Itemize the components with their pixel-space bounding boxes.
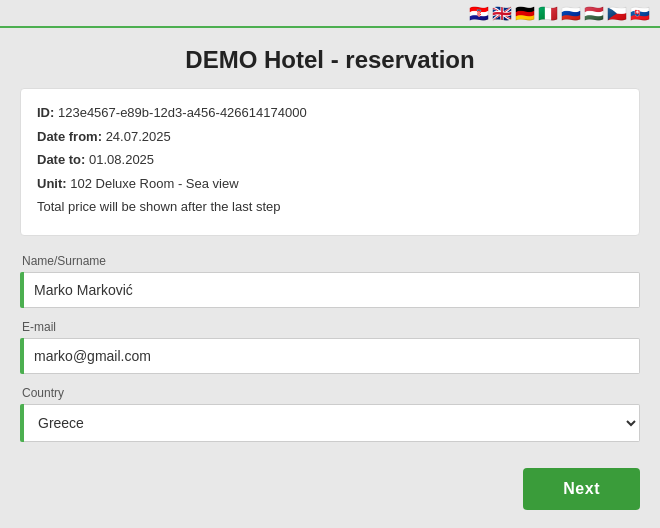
main-content: ID: 123e4567-e89b-12d3-a456-426614174000… — [0, 88, 660, 442]
email-form-group: E-mail — [20, 320, 640, 374]
button-row: Next — [0, 454, 660, 510]
country-form-group: Country GreeceCroatiaUnited KingdomGerma… — [20, 386, 640, 442]
name-input[interactable] — [24, 272, 640, 308]
flag-de[interactable]: 🇩🇪 — [515, 6, 535, 22]
price-note: Total price will be shown after the last… — [37, 197, 623, 217]
name-form-group: Name/Surname — [20, 254, 640, 308]
country-select[interactable]: GreeceCroatiaUnited KingdomGermanyItalyF… — [24, 404, 640, 442]
flag-sk[interactable]: 🇸🇰 — [630, 6, 650, 22]
flag-cz[interactable]: 🇨🇿 — [607, 6, 627, 22]
name-input-wrapper — [20, 272, 640, 308]
reservation-id: ID: 123e4567-e89b-12d3-a456-426614174000 — [37, 103, 623, 123]
flag-hu[interactable]: 🇭🇺 — [584, 6, 604, 22]
country-input-wrapper: GreeceCroatiaUnited KingdomGermanyItalyF… — [20, 404, 640, 442]
email-label: E-mail — [20, 320, 640, 334]
date-from: Date from: 24.07.2025 — [37, 127, 623, 147]
page-wrapper: 🇭🇷 🇬🇧 🇩🇪 🇮🇹 🇷🇺 🇭🇺 🇨🇿 🇸🇰 DEMO Hotel - res… — [0, 0, 660, 528]
email-input-wrapper — [20, 338, 640, 374]
country-label: Country — [20, 386, 640, 400]
date-to: Date to: 01.08.2025 — [37, 150, 623, 170]
flag-hr[interactable]: 🇭🇷 — [469, 6, 489, 22]
flag-it[interactable]: 🇮🇹 — [538, 6, 558, 22]
name-label: Name/Surname — [20, 254, 640, 268]
email-input[interactable] — [24, 338, 640, 374]
page-title: DEMO Hotel - reservation — [0, 28, 660, 88]
flag-bar: 🇭🇷 🇬🇧 🇩🇪 🇮🇹 🇷🇺 🇭🇺 🇨🇿 🇸🇰 — [0, 0, 660, 28]
flag-ru[interactable]: 🇷🇺 — [561, 6, 581, 22]
flag-gb[interactable]: 🇬🇧 — [492, 6, 512, 22]
unit-info: Unit: 102 Deluxe Room - Sea view — [37, 174, 623, 194]
reservation-info-box: ID: 123e4567-e89b-12d3-a456-426614174000… — [20, 88, 640, 236]
next-button[interactable]: Next — [523, 468, 640, 510]
